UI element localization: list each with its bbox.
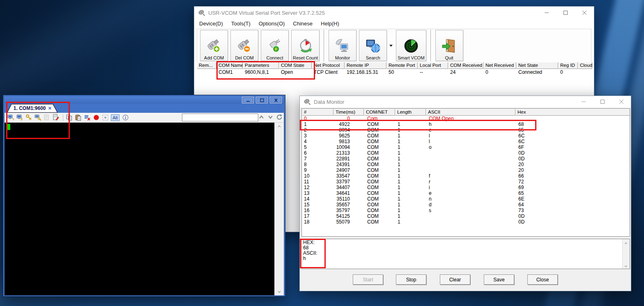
stop-button[interactable]: Stop xyxy=(396,274,426,285)
close-button[interactable]: Close xyxy=(527,274,558,285)
terminal-scrollbar[interactable] xyxy=(274,123,284,295)
monitor-row[interactable]: 28094COM1e65 xyxy=(302,127,630,133)
column-header-length[interactable]: Length xyxy=(395,109,426,116)
column-header-hex[interactable]: Hex xyxy=(515,109,630,116)
find-previous-icon[interactable] xyxy=(258,114,264,120)
tab-com1-9600[interactable]: 1. COM1:9600 × xyxy=(7,104,58,113)
monitor-row[interactable]: 49813COM1l6C xyxy=(302,139,630,144)
menu-item-options-o[interactable]: Options(O) xyxy=(255,19,289,28)
monitor-row[interactable]: 1435110COM1n6E xyxy=(302,196,630,202)
tab-label: 1. COM1:9600 xyxy=(14,105,46,111)
scroll-up-icon[interactable] xyxy=(276,123,282,129)
column-header-reg-id[interactable]: Reg ID xyxy=(558,62,578,69)
column-header-cloudl[interactable]: Cloudl xyxy=(578,62,592,69)
column-header-item[interactable]: # xyxy=(302,109,334,116)
column-header-net-state[interactable]: Net State xyxy=(516,62,558,69)
toolbar-button-connect[interactable]: Connect xyxy=(261,30,289,61)
toolbar-button-quit[interactable]: Quit xyxy=(435,30,463,61)
monitor-row[interactable]: 621313COM10D xyxy=(302,150,630,156)
term-quick-connect-icon[interactable] xyxy=(16,114,23,121)
column-header-remote-ip[interactable]: Remote IP xyxy=(345,62,386,69)
monitor-row[interactable]: 14922COM1h68 xyxy=(302,121,630,127)
monitor-row[interactable]: 722891COM10D xyxy=(302,156,630,162)
menu-item-chinese[interactable]: Chinese xyxy=(289,19,317,28)
maximize-button[interactable] xyxy=(556,7,575,19)
start-button[interactable]: Start xyxy=(353,274,383,285)
toolbar-button-reset-count[interactable]: Reset Count xyxy=(291,30,320,61)
monitor-row[interactable]: 00ComCOM Open xyxy=(302,116,630,121)
close-button[interactable] xyxy=(612,96,631,107)
column-header-time-ms[interactable]: Time(ms) xyxy=(334,109,364,116)
toolbar-button-search[interactable]: Search xyxy=(359,30,387,61)
save-button[interactable]: Save xyxy=(484,274,514,285)
column-header-net-protocol[interactable]: Net Protocol xyxy=(312,62,345,69)
search-input[interactable] xyxy=(182,114,258,121)
menu-item-help-h[interactable]: Help(H) xyxy=(317,19,343,28)
screen-box-icon[interactable] xyxy=(102,114,109,121)
term-session-key-icon[interactable] xyxy=(34,114,41,121)
monitor-row[interactable]: 1133797COM1r72 xyxy=(302,179,630,185)
clear-button[interactable]: Clear xyxy=(440,274,470,285)
column-header-ascii[interactable]: ASCII xyxy=(426,109,515,116)
menu-item-device-d[interactable]: Device(D) xyxy=(195,19,227,28)
record-icon[interactable] xyxy=(93,114,100,121)
minimize-button[interactable] xyxy=(574,96,593,107)
tab-close-icon[interactable]: × xyxy=(48,106,52,111)
terminal-screen[interactable] xyxy=(5,123,274,295)
monitor-row[interactable]: 1234407COM1i69 xyxy=(302,185,630,190)
close-button[interactable] xyxy=(270,97,282,103)
column-header-local-port[interactable]: Local Port xyxy=(418,62,448,69)
paste-icon[interactable] xyxy=(75,114,82,121)
usr-vcom-titlebar[interactable]: USR-VCOM Virtual Serial Port Server V3.7… xyxy=(194,7,594,19)
panel-scrollbar[interactable] xyxy=(622,239,630,269)
column-header-rem[interactable]: Rem... xyxy=(197,62,216,69)
monitor-cell: 11 xyxy=(302,179,334,185)
monitor-row[interactable]: 924907COM120 xyxy=(302,167,630,173)
monitor-row[interactable]: 1635797COM1s73 xyxy=(302,208,630,213)
scroll-up-icon[interactable] xyxy=(623,240,628,245)
close-button[interactable] xyxy=(575,7,594,19)
monitor-row[interactable]: 1334641COM1e65 xyxy=(302,190,630,196)
menu-item-tools-t[interactable]: Tools(T) xyxy=(227,19,255,28)
term-log-session-icon[interactable] xyxy=(53,114,60,121)
toolbar-button-del-com[interactable]: Del COM xyxy=(230,30,258,61)
column-header-com-name[interactable]: COM Name xyxy=(216,62,243,69)
monitor-row[interactable]: 1855079COM10D xyxy=(302,219,630,225)
minimize-button[interactable] xyxy=(242,97,254,103)
column-header-com-state[interactable]: COM State xyxy=(279,62,312,69)
maximize-button[interactable] xyxy=(593,96,612,107)
column-header-remote-port[interactable]: Remote Port xyxy=(386,62,418,69)
column-header-net-received[interactable]: Net Received xyxy=(483,62,516,69)
monitor-row[interactable]: 1535657COM1d64 xyxy=(302,202,630,208)
minimize-button[interactable] xyxy=(537,7,556,19)
info-icon[interactable] xyxy=(122,114,129,121)
monitor-row[interactable]: 39625COM1l6C xyxy=(302,133,630,139)
maximize-button[interactable] xyxy=(256,97,268,103)
search-dropdown-icon[interactable] xyxy=(389,45,393,47)
find-next-icon[interactable] xyxy=(267,114,274,120)
toolbar-button-smart-vcom[interactable]: Smart VCOM xyxy=(396,30,426,61)
monitor-row[interactable]: 824391COM120 xyxy=(302,162,630,167)
clear-lines-icon[interactable] xyxy=(84,114,91,121)
column-header-parameters[interactable]: Parameters xyxy=(243,62,279,69)
monitor-row[interactable]: 1033547COM1f66 xyxy=(302,173,630,179)
table-row[interactable]: COM19600,N,8,1OpenTCP Client192.168.15.3… xyxy=(197,69,592,75)
scroll-down-icon[interactable] xyxy=(276,289,282,295)
terminal-titlebar[interactable] xyxy=(5,96,284,104)
monitor-cell: 1 xyxy=(395,179,426,185)
term-connect-icon[interactable] xyxy=(7,114,14,121)
toolbar-button-add-com[interactable]: Add COM xyxy=(200,30,228,61)
toolbar-button-monitor[interactable]: Monitor xyxy=(329,30,356,61)
copy-icon[interactable] xyxy=(66,114,73,121)
refresh-icon[interactable] xyxy=(276,114,283,120)
monitor-row[interactable]: 1754125COM10D xyxy=(302,213,630,219)
term-keys-icon[interactable] xyxy=(25,114,32,121)
data-monitor-titlebar[interactable]: Data Monitor xyxy=(300,96,631,107)
scroll-down-icon[interactable] xyxy=(623,263,628,268)
alt-key-button[interactable]: Alt xyxy=(111,114,120,121)
column-header-com-net[interactable]: COM/NET xyxy=(364,109,395,116)
column-header-com-received[interactable]: COM Received xyxy=(448,62,483,69)
monitor-cell: 24907 xyxy=(334,167,364,173)
monitor-row[interactable]: 510094COM1o6F xyxy=(302,144,630,150)
connect-plug-icon xyxy=(267,38,283,54)
